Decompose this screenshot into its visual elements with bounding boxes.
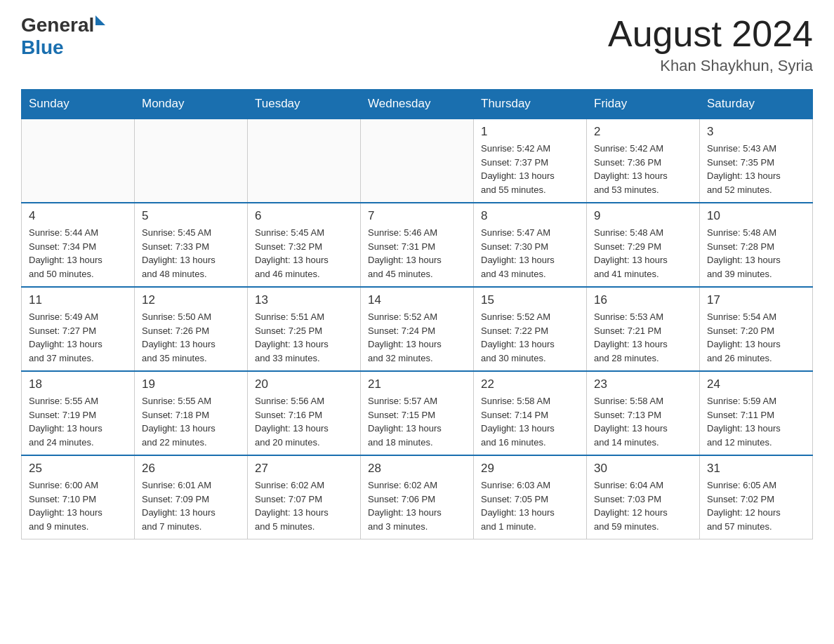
calendar-cell: 17Sunrise: 5:54 AMSunset: 7:20 PMDayligh… <box>700 287 813 371</box>
location-title: Khan Shaykhun, Syria <box>608 57 813 75</box>
calendar-cell: 12Sunrise: 5:50 AMSunset: 7:26 PMDayligh… <box>135 287 248 371</box>
day-info: Sunrise: 5:47 AMSunset: 7:30 PMDaylight:… <box>481 226 579 281</box>
day-number: 27 <box>255 462 353 476</box>
day-number: 17 <box>707 293 805 307</box>
calendar-cell <box>248 119 361 203</box>
day-info: Sunrise: 6:02 AMSunset: 7:06 PMDaylight:… <box>368 478 466 533</box>
calendar-table: SundayMondayTuesdayWednesdayThursdayFrid… <box>21 89 813 539</box>
day-info: Sunrise: 5:48 AMSunset: 7:28 PMDaylight:… <box>707 226 805 281</box>
calendar-cell: 1Sunrise: 5:42 AMSunset: 7:37 PMDaylight… <box>474 119 587 203</box>
calendar-cell: 29Sunrise: 6:03 AMSunset: 7:05 PMDayligh… <box>474 455 587 539</box>
calendar-cell: 5Sunrise: 5:45 AMSunset: 7:33 PMDaylight… <box>135 203 248 287</box>
calendar-cell <box>361 119 474 203</box>
day-number: 3 <box>707 125 805 139</box>
calendar-cell: 9Sunrise: 5:48 AMSunset: 7:29 PMDaylight… <box>587 203 700 287</box>
calendar-cell: 19Sunrise: 5:55 AMSunset: 7:18 PMDayligh… <box>135 371 248 455</box>
day-info: Sunrise: 5:44 AMSunset: 7:34 PMDaylight:… <box>29 226 127 281</box>
day-number: 11 <box>29 293 127 307</box>
day-info: Sunrise: 5:53 AMSunset: 7:21 PMDaylight:… <box>594 310 692 365</box>
month-title: August 2024 <box>608 14 813 54</box>
page-header: General Blue August 2024 Khan Shaykhun, … <box>21 14 813 75</box>
day-number: 15 <box>481 293 579 307</box>
column-header-friday: Friday <box>587 90 700 119</box>
day-number: 22 <box>481 377 579 391</box>
column-header-saturday: Saturday <box>700 90 813 119</box>
calendar-cell: 13Sunrise: 5:51 AMSunset: 7:25 PMDayligh… <box>248 287 361 371</box>
day-number: 7 <box>368 209 466 223</box>
column-header-wednesday: Wednesday <box>361 90 474 119</box>
day-number: 5 <box>142 209 240 223</box>
day-number: 23 <box>594 377 692 391</box>
calendar-header-row: SundayMondayTuesdayWednesdayThursdayFrid… <box>22 90 813 119</box>
calendar-cell: 30Sunrise: 6:04 AMSunset: 7:03 PMDayligh… <box>587 455 700 539</box>
day-number: 26 <box>142 462 240 476</box>
day-number: 28 <box>368 462 466 476</box>
calendar-cell: 25Sunrise: 6:00 AMSunset: 7:10 PMDayligh… <box>22 455 135 539</box>
day-number: 9 <box>594 209 692 223</box>
day-info: Sunrise: 5:57 AMSunset: 7:15 PMDaylight:… <box>368 394 466 449</box>
day-info: Sunrise: 5:46 AMSunset: 7:31 PMDaylight:… <box>368 226 466 281</box>
day-info: Sunrise: 6:02 AMSunset: 7:07 PMDaylight:… <box>255 478 353 533</box>
column-header-tuesday: Tuesday <box>248 90 361 119</box>
week-row-3: 11Sunrise: 5:49 AMSunset: 7:27 PMDayligh… <box>22 287 813 371</box>
day-info: Sunrise: 5:43 AMSunset: 7:35 PMDaylight:… <box>707 142 805 196</box>
logo-triangle-icon <box>95 15 105 25</box>
calendar-cell: 21Sunrise: 5:57 AMSunset: 7:15 PMDayligh… <box>361 371 474 455</box>
day-number: 31 <box>707 462 805 476</box>
day-info: Sunrise: 6:00 AMSunset: 7:10 PMDaylight:… <box>29 478 127 533</box>
day-info: Sunrise: 5:58 AMSunset: 7:14 PMDaylight:… <box>481 394 579 449</box>
day-number: 12 <box>142 293 240 307</box>
calendar-cell: 28Sunrise: 6:02 AMSunset: 7:06 PMDayligh… <box>361 455 474 539</box>
day-number: 14 <box>368 293 466 307</box>
week-row-5: 25Sunrise: 6:00 AMSunset: 7:10 PMDayligh… <box>22 455 813 539</box>
day-number: 1 <box>481 125 579 139</box>
day-info: Sunrise: 5:45 AMSunset: 7:33 PMDaylight:… <box>142 226 240 281</box>
day-number: 24 <box>707 377 805 391</box>
calendar-cell: 8Sunrise: 5:47 AMSunset: 7:30 PMDaylight… <box>474 203 587 287</box>
day-number: 21 <box>368 377 466 391</box>
day-info: Sunrise: 5:56 AMSunset: 7:16 PMDaylight:… <box>255 394 353 449</box>
calendar-cell: 24Sunrise: 5:59 AMSunset: 7:11 PMDayligh… <box>700 371 813 455</box>
calendar-cell: 4Sunrise: 5:44 AMSunset: 7:34 PMDaylight… <box>22 203 135 287</box>
day-number: 2 <box>594 125 692 139</box>
day-info: Sunrise: 5:42 AMSunset: 7:36 PMDaylight:… <box>594 142 692 196</box>
column-header-sunday: Sunday <box>22 90 135 119</box>
calendar-cell: 27Sunrise: 6:02 AMSunset: 7:07 PMDayligh… <box>248 455 361 539</box>
day-number: 19 <box>142 377 240 391</box>
day-info: Sunrise: 6:03 AMSunset: 7:05 PMDaylight:… <box>481 478 579 533</box>
calendar-cell: 20Sunrise: 5:56 AMSunset: 7:16 PMDayligh… <box>248 371 361 455</box>
day-info: Sunrise: 5:54 AMSunset: 7:20 PMDaylight:… <box>707 310 805 365</box>
week-row-1: 1Sunrise: 5:42 AMSunset: 7:37 PMDaylight… <box>22 119 813 203</box>
day-info: Sunrise: 5:52 AMSunset: 7:22 PMDaylight:… <box>481 310 579 365</box>
week-row-2: 4Sunrise: 5:44 AMSunset: 7:34 PMDaylight… <box>22 203 813 287</box>
day-number: 16 <box>594 293 692 307</box>
calendar-cell: 15Sunrise: 5:52 AMSunset: 7:22 PMDayligh… <box>474 287 587 371</box>
day-info: Sunrise: 5:45 AMSunset: 7:32 PMDaylight:… <box>255 226 353 281</box>
calendar-cell <box>22 119 135 203</box>
calendar-cell: 14Sunrise: 5:52 AMSunset: 7:24 PMDayligh… <box>361 287 474 371</box>
logo: General Blue <box>21 14 105 59</box>
day-info: Sunrise: 5:51 AMSunset: 7:25 PMDaylight:… <box>255 310 353 365</box>
logo-blue-text: Blue <box>21 36 64 59</box>
calendar-cell: 6Sunrise: 5:45 AMSunset: 7:32 PMDaylight… <box>248 203 361 287</box>
calendar-cell: 2Sunrise: 5:42 AMSunset: 7:36 PMDaylight… <box>587 119 700 203</box>
title-block: August 2024 Khan Shaykhun, Syria <box>608 14 813 75</box>
day-info: Sunrise: 5:55 AMSunset: 7:18 PMDaylight:… <box>142 394 240 449</box>
day-number: 13 <box>255 293 353 307</box>
column-header-thursday: Thursday <box>474 90 587 119</box>
day-info: Sunrise: 5:49 AMSunset: 7:27 PMDaylight:… <box>29 310 127 365</box>
calendar-cell: 3Sunrise: 5:43 AMSunset: 7:35 PMDaylight… <box>700 119 813 203</box>
day-info: Sunrise: 6:05 AMSunset: 7:02 PMDaylight:… <box>707 478 805 533</box>
day-info: Sunrise: 5:50 AMSunset: 7:26 PMDaylight:… <box>142 310 240 365</box>
calendar-cell: 18Sunrise: 5:55 AMSunset: 7:19 PMDayligh… <box>22 371 135 455</box>
calendar-cell: 11Sunrise: 5:49 AMSunset: 7:27 PMDayligh… <box>22 287 135 371</box>
calendar-cell: 10Sunrise: 5:48 AMSunset: 7:28 PMDayligh… <box>700 203 813 287</box>
calendar-cell <box>135 119 248 203</box>
calendar-cell: 22Sunrise: 5:58 AMSunset: 7:14 PMDayligh… <box>474 371 587 455</box>
calendar-cell: 23Sunrise: 5:58 AMSunset: 7:13 PMDayligh… <box>587 371 700 455</box>
day-number: 25 <box>29 462 127 476</box>
day-number: 30 <box>594 462 692 476</box>
day-number: 4 <box>29 209 127 223</box>
column-header-monday: Monday <box>135 90 248 119</box>
day-info: Sunrise: 5:55 AMSunset: 7:19 PMDaylight:… <box>29 394 127 449</box>
